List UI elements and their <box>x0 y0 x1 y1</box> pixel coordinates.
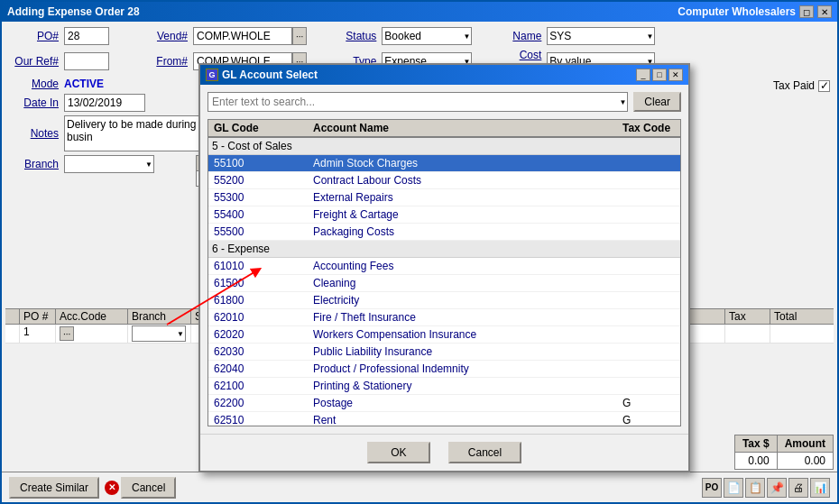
branch-label: Branch <box>9 158 59 170</box>
search-input[interactable] <box>207 92 628 112</box>
po-label: PO# <box>9 30 59 42</box>
col-code-header: GL Code <box>208 120 308 136</box>
paste-icon-button[interactable]: 📌 <box>767 478 787 498</box>
gl-name: Admin Stock Charges <box>308 156 617 170</box>
gl-row[interactable]: 62010Fire / Theft Insurance <box>208 309 680 326</box>
gl-row[interactable]: 55500Packaging Costs <box>208 224 680 241</box>
from-label: From# <box>138 55 188 68</box>
gl-tax <box>617 310 680 325</box>
gl-row[interactable]: 62100Printing & Stationery <box>208 378 680 395</box>
main-title-bar: Adding Expense Order 28 Computer Wholesa… <box>2 2 837 22</box>
gl-name: Product / Professional Indemnity <box>308 362 617 376</box>
branch-select[interactable] <box>64 155 154 173</box>
dialog-title-buttons: _ □ ✕ <box>636 69 683 81</box>
mode-value: ACTIVE <box>64 78 104 90</box>
gl-tax <box>617 225 680 239</box>
col-total-header: Total <box>770 309 834 324</box>
ourref-input[interactable] <box>64 52 109 70</box>
gl-row[interactable]: 61500Cleaning <box>208 275 680 292</box>
mode-label: Mode <box>9 78 59 90</box>
company-name: Computer Wholesalers <box>678 5 796 18</box>
gl-tax <box>617 327 680 342</box>
restore-button[interactable]: ◻ <box>799 5 814 18</box>
tax-paid-checkbox[interactable]: ✓ <box>818 80 830 92</box>
gl-name: Electricity <box>308 293 617 307</box>
dialog-title: GL Account Select <box>222 69 318 81</box>
dialog-maximize-button[interactable]: □ <box>652 69 667 81</box>
gl-tax <box>617 259 680 273</box>
chart-icon-button[interactable]: 📊 <box>810 478 830 498</box>
tax-s-val: 0.00 <box>735 453 777 469</box>
gl-row[interactable]: 62040Product / Professional Indemnity <box>208 361 680 378</box>
create-similar-button[interactable]: Create Similar <box>9 477 99 499</box>
acc-code-button[interactable]: ··· <box>60 326 74 341</box>
gl-name: Contract Labour Costs <box>308 173 617 188</box>
gl-code: 62010 <box>208 310 308 325</box>
gl-tax <box>617 156 680 170</box>
gl-name: Printing & Stationery <box>308 379 617 393</box>
dialog-close-button[interactable]: ✕ <box>668 69 683 81</box>
search-row: Clear <box>207 92 681 112</box>
gl-account-dialog: G GL Account Select _ □ ✕ Clear GL Code … <box>198 63 690 472</box>
dialog-body: Clear GL Code Account Name Tax Code 5 - … <box>200 85 688 434</box>
gl-name: Fire / Theft Insurance <box>308 310 617 325</box>
gl-code: 61010 <box>208 259 308 273</box>
cancel-icon: ✕ <box>105 481 119 495</box>
gl-row[interactable]: 62030Public Liability Insurance <box>208 344 680 361</box>
notes-label: Notes <box>9 127 59 140</box>
dialog-icon: G <box>206 69 218 81</box>
col-acc-header: Acc.Code <box>56 309 128 324</box>
print-icon-button[interactable]: 🖨 <box>788 478 808 498</box>
copy-icon-button[interactable]: 📋 <box>745 478 765 498</box>
gl-tax <box>617 276 680 290</box>
form-row-datein: Date In <box>9 94 145 112</box>
gl-row[interactable]: 55100Admin Stock Charges <box>208 155 680 172</box>
gl-name: Accounting Fees <box>308 259 617 273</box>
gl-row[interactable]: 61800Electricity <box>208 292 680 309</box>
close-button[interactable]: ✕ <box>817 5 832 18</box>
branch-row-select[interactable] <box>132 325 186 342</box>
gl-code: 55100 <box>208 156 308 170</box>
col-name-header: Account Name <box>308 120 617 136</box>
gl-row[interactable]: 62020Workers Compensation Insurance <box>208 326 680 344</box>
gl-row[interactable]: 62200PostageG <box>208 395 680 412</box>
dialog-minimize-button[interactable]: _ <box>636 69 650 81</box>
po-input[interactable] <box>64 27 109 45</box>
gl-row[interactable]: 61010Accounting Fees <box>208 258 680 275</box>
ok-button[interactable]: OK <box>367 442 430 463</box>
gl-row[interactable]: 55200Contract Labour Costs <box>208 172 680 189</box>
gl-code: 62200 <box>208 396 308 410</box>
gl-row[interactable]: 62510RentG <box>208 412 680 426</box>
gl-name: Rent <box>308 413 617 426</box>
gl-code: 62040 <box>208 362 308 376</box>
gl-scroll-area[interactable]: 5 - Cost of Sales55100Admin Stock Charge… <box>207 138 681 426</box>
gl-code: 62100 <box>208 379 308 393</box>
gl-row[interactable]: 55400Freight & Cartage <box>208 206 680 224</box>
amount-val: 0.00 <box>778 453 833 469</box>
gl-tax <box>617 344 680 359</box>
po-icon-button[interactable]: PO <box>702 478 722 498</box>
doc-icon-button[interactable]: 📄 <box>724 478 743 498</box>
title-bar-controls: Computer Wholesalers ◻ ✕ <box>678 5 832 18</box>
gl-name: Freight & Cartage <box>308 207 617 222</box>
status-select[interactable]: Booked <box>382 27 472 45</box>
gl-tax <box>617 293 680 307</box>
datein-input[interactable] <box>64 94 145 112</box>
gl-code: 55400 <box>208 207 308 222</box>
dialog-title-bar: G GL Account Select _ □ ✕ <box>200 65 688 85</box>
cancel-button[interactable]: Cancel <box>121 477 176 499</box>
gl-code: 61500 <box>208 276 308 290</box>
gl-name: Public Liability Insurance <box>308 344 617 359</box>
name-select[interactable]: SYS <box>547 27 655 45</box>
vend-input[interactable] <box>193 27 292 45</box>
col-branch-header: Branch <box>128 309 191 324</box>
gl-row[interactable]: 55300External Repairs <box>208 189 680 206</box>
dialog-cancel-button[interactable]: Cancel <box>448 442 521 463</box>
name-label: Name <box>492 30 541 42</box>
col-tax-header: Tax Code <box>617 120 680 136</box>
amount-label: Amount <box>778 435 833 453</box>
gl-code: 62020 <box>208 327 308 342</box>
clear-button[interactable]: Clear <box>633 92 681 112</box>
vend-ellipsis-button[interactable]: ··· <box>292 27 307 45</box>
main-title: Adding Expense Order 28 <box>7 5 140 18</box>
